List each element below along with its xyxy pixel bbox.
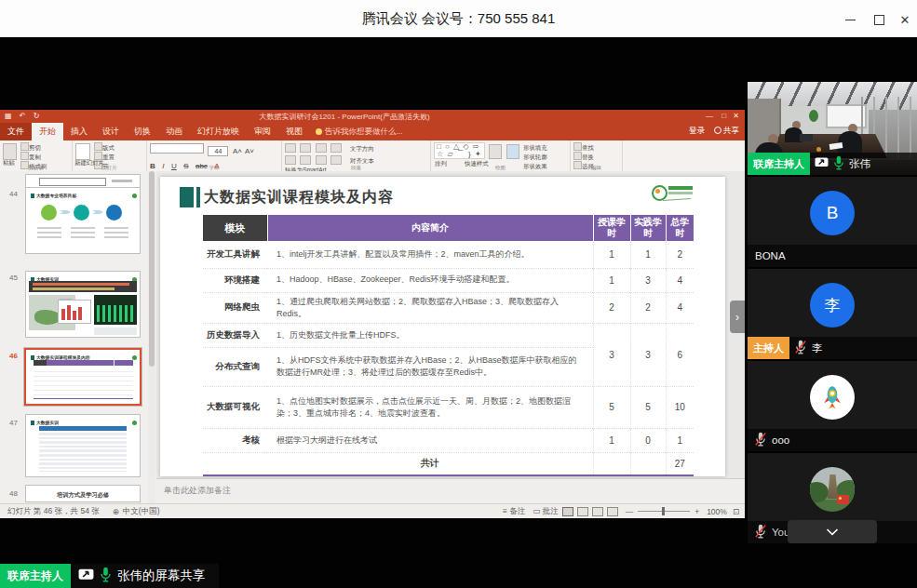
shrink-font-icon[interactable]: A˅ xyxy=(245,147,254,155)
align-left-icon[interactable] xyxy=(285,155,296,165)
slide-sorter-view-icon[interactable] xyxy=(577,507,588,516)
slide-counter: 幻灯片 第 46 张，共 54 张 xyxy=(7,506,100,517)
font-group-label: 字体 xyxy=(169,165,260,171)
scrollbar-thumb[interactable] xyxy=(149,171,155,367)
thumbnail-slide-48-partial[interactable]: 培训方式及学习必修 xyxy=(26,486,140,501)
sign-in-link[interactable]: 登录 xyxy=(689,126,705,137)
minimize-icon xyxy=(845,20,856,20)
university-logo-text-line xyxy=(668,192,693,194)
shape-outline-button[interactable]: 形状轮廓 xyxy=(523,155,547,161)
tell-me-box[interactable]: 告诉我你想要做什么... xyxy=(310,124,409,140)
zoom-slider-thumb[interactable] xyxy=(662,507,665,515)
rocket-icon xyxy=(818,383,846,411)
ppt-minimize-icon[interactable]: — xyxy=(706,112,713,120)
tab-review[interactable]: 审阅 xyxy=(247,123,278,140)
grow-font-icon[interactable]: A˄ xyxy=(233,147,242,155)
current-slide-canvas[interactable]: 大数据实训课程模块及内容 模块 内容简介 授课学时 实践学时 总学时 xyxy=(160,177,725,476)
participant-namebar: ooo xyxy=(748,429,917,451)
mic-on-icon xyxy=(100,567,112,585)
ppt-maximize-icon[interactable]: □ xyxy=(721,112,726,120)
ppt-titlebar: ▦ ↶ ↻ 大数据实训研讨会1201 - PowerPoint(产品激活失败) … xyxy=(0,110,745,124)
new-slide-icon[interactable] xyxy=(75,143,90,160)
slideshow-view-icon[interactable] xyxy=(607,507,618,516)
font-name-select[interactable] xyxy=(150,143,204,154)
cohost-badge: 联席主持人 xyxy=(748,153,810,175)
avatar-photo xyxy=(810,467,855,512)
tab-home[interactable]: 开始 xyxy=(32,123,63,140)
zoom-out-button[interactable]: — xyxy=(626,507,634,516)
notes-pane[interactable]: 单击此处添加备注 xyxy=(156,478,745,504)
tab-slideshow[interactable]: 幻灯片放映 xyxy=(190,123,247,140)
sidebar-collapse-button[interactable]: › xyxy=(730,301,745,333)
collapse-video-list-button[interactable] xyxy=(788,520,877,543)
mic-muted-icon xyxy=(755,432,766,448)
shape-fill-button[interactable]: 形状填充 xyxy=(523,146,547,152)
slide-title: 大数据实训课程模块及内容 xyxy=(204,188,394,207)
participant-tile-li[interactable]: 李 主持人 李 xyxy=(748,269,917,359)
column-header: 总学时 xyxy=(666,215,694,241)
line-spacing-icon[interactable] xyxy=(330,143,342,153)
italic-button[interactable]: I xyxy=(162,162,164,170)
thumbnail-slide-46-selected[interactable]: 大数据实训课程模块及内容 xyxy=(24,348,142,406)
zoom-in-button[interactable]: + xyxy=(694,507,699,516)
cut-button[interactable]: 剪切 xyxy=(29,146,41,152)
slide-title-icon xyxy=(180,187,194,207)
thumbnail-slide-45[interactable]: 大数据实训 xyxy=(26,272,140,337)
table-row: 网络爬虫 1、通过爬虫爬取相关网站数据；2、爬取数据存入HBase；3、爬取数据… xyxy=(203,292,694,323)
notes-toggle[interactable]: ≡ 备注 xyxy=(503,506,525,517)
layout-button[interactable]: 版式 xyxy=(102,146,115,152)
participant-name: 张伟 xyxy=(849,157,870,171)
text-direction-button[interactable]: 文字方向 xyxy=(350,147,374,153)
thumbnail-slide-43-partial[interactable] xyxy=(26,175,140,187)
university-logo-icon xyxy=(652,185,668,201)
language-indicator[interactable]: 中文(中国) xyxy=(123,506,160,517)
find-button[interactable]: 查找 xyxy=(582,146,594,152)
tab-transitions[interactable]: 切换 xyxy=(127,123,158,140)
thumbnail-scrollbar[interactable] xyxy=(148,171,155,503)
slides-group: 版式 重置 节 新建幻灯片 幻灯片 xyxy=(73,140,147,171)
numbering-icon[interactable] xyxy=(300,143,311,153)
thumbnail-slide-47[interactable]: 大数据实训 xyxy=(26,415,140,476)
arrange-icon[interactable] xyxy=(489,144,502,159)
participant-tile-ooo[interactable]: ooo xyxy=(748,361,917,451)
indent-icon[interactable] xyxy=(316,143,327,153)
meeting-title: 腾讯会议 会议号：750 555 841 xyxy=(0,0,917,37)
participant-tile-bona[interactable]: B BONA xyxy=(748,177,917,267)
copy-button[interactable]: 复制 xyxy=(29,155,41,161)
reset-button[interactable]: 重置 xyxy=(102,155,115,161)
bullets-icon[interactable] xyxy=(285,143,296,153)
tab-design[interactable]: 设计 xyxy=(95,123,127,140)
normal-view-icon[interactable] xyxy=(562,507,573,516)
tab-file[interactable]: 文件 xyxy=(0,123,32,140)
zoom-level[interactable]: 100% xyxy=(707,507,727,516)
avatar: 李 xyxy=(810,283,855,327)
participant-tile-zhangwei[interactable]: 联席主持人 张伟 xyxy=(748,82,917,175)
course-module-table: 模块 内容简介 授课学时 实践学时 总学时 开发工具讲解 1、intelj开发工… xyxy=(203,215,694,476)
fit-to-window-icon[interactable]: ⊡ xyxy=(733,507,739,516)
reading-view-icon[interactable] xyxy=(592,507,603,516)
close-icon: ✕ xyxy=(900,14,910,26)
tab-animations[interactable]: 动画 xyxy=(158,123,190,140)
share-link[interactable]: 共享 xyxy=(714,126,739,137)
table-row: 环境搭建 1、Hadoop、HBase、Zookeeper、Redis环境手动搭… xyxy=(203,268,694,292)
ppt-title: 大数据实训研讨会1201 - PowerPoint(产品激活失败) xyxy=(0,112,689,122)
quick-styles-icon[interactable] xyxy=(506,144,519,159)
minimize-button[interactable] xyxy=(838,11,862,28)
thumbnail-slide-44[interactable]: 大数据专业培养目标 xyxy=(26,188,140,253)
paste-icon[interactable] xyxy=(3,143,17,160)
close-button[interactable]: ✕ xyxy=(893,11,917,28)
tab-view[interactable]: 视图 xyxy=(278,123,310,140)
collapse-right-icon: › xyxy=(735,311,739,324)
comments-toggle[interactable]: ▭ 批注 xyxy=(533,506,558,517)
replace-button[interactable]: 替换 xyxy=(582,155,594,161)
zoom-slider[interactable] xyxy=(638,511,690,512)
participant-namebar: BONA xyxy=(748,245,917,267)
tab-insert[interactable]: 插入 xyxy=(63,123,95,140)
bold-button[interactable]: B xyxy=(150,162,155,170)
column-header: 内容简介 xyxy=(267,215,593,241)
mic-muted-icon xyxy=(795,340,806,356)
participant-name: 李 xyxy=(812,341,823,355)
screen-share-banner: 联席主持人 张伟的屏幕共享 xyxy=(0,564,219,588)
ppt-close-icon[interactable]: ✕ xyxy=(733,112,739,120)
maximize-button[interactable] xyxy=(867,11,891,28)
